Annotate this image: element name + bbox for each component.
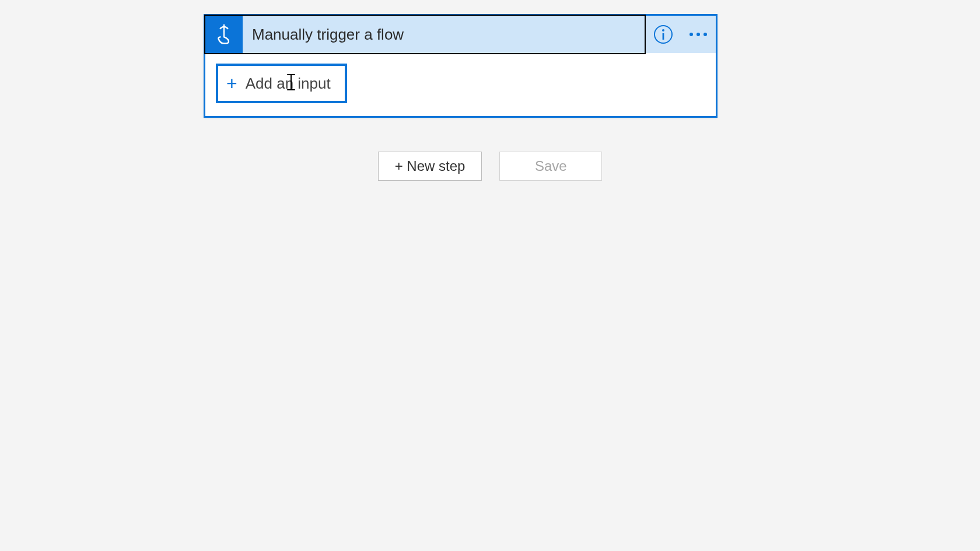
svg-rect-1 (663, 33, 664, 40)
info-icon (654, 25, 673, 44)
trigger-header: Manually trigger a flow (205, 16, 716, 53)
new-step-button[interactable]: + New step (378, 152, 482, 181)
ellipsis-icon (690, 33, 707, 36)
trigger-body: + Add an input (205, 53, 716, 116)
trigger-icon-tile (205, 16, 243, 53)
trigger-title: Manually trigger a flow (243, 26, 404, 44)
trigger-title-block[interactable]: Manually trigger a flow (204, 15, 646, 54)
trigger-card: Manually trigger a flow + Add an (204, 14, 718, 118)
add-input-label: Add an input (246, 75, 331, 93)
touch-icon (213, 22, 235, 47)
add-input-button[interactable]: + Add an input (216, 64, 347, 103)
save-button: Save (499, 152, 602, 181)
info-button[interactable] (646, 16, 681, 53)
svg-point-0 (662, 29, 664, 31)
actions-row: + New step Save (0, 152, 980, 181)
plus-icon: + (226, 74, 237, 93)
more-button[interactable] (681, 16, 716, 53)
